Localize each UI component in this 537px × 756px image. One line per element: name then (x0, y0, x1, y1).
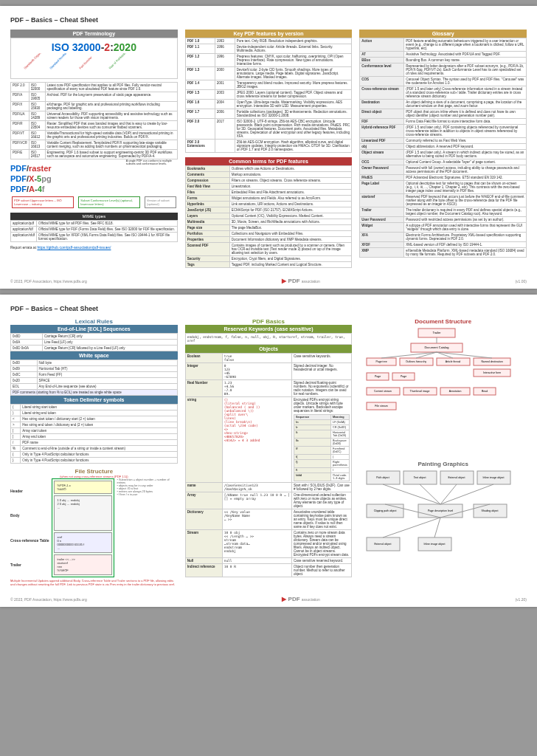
svg-line-19 (381, 352, 437, 358)
svg-text:Page description level: Page description level (428, 509, 453, 512)
features-table: PDF 1.01993Pure text. Only RGB. Resoluti… (185, 38, 353, 153)
file-structure-diagram: Header Body Cross-reference Table Traile… (10, 478, 178, 577)
svg-text:Clipping path object: Clipping path object (374, 509, 397, 512)
svg-text:Thumbnail image: Thumbnail image (410, 390, 430, 393)
iso-box: ISO 32000-2:2020 Standards Organisation … (10, 38, 178, 79)
svg-line-55 (383, 484, 440, 504)
paint-hdr: Painting Graphics (359, 461, 527, 467)
painting-diagram-icon: Path object Text object External object … (359, 467, 527, 578)
svg-text:Trailer: Trailer (433, 331, 442, 334)
svg-text:Outlines hierarchy: Outlines hierarchy (406, 360, 426, 363)
svg-text:Inline image object: Inline image object (424, 543, 446, 546)
svg-text:Annotation: Annotation (449, 390, 462, 393)
svg-text:External object: External object (375, 543, 392, 546)
doc-structure-diagram-icon: Trailer Document Catalog Page tree Outli… (359, 325, 527, 458)
svg-text:Bead: Bead (482, 390, 488, 393)
svg-line-56 (420, 484, 440, 504)
col-features: Key PDF features by version PDF 1.01993P… (185, 30, 353, 268)
lexical-hdr: Lexical Rules (10, 318, 178, 325)
svg-text:Path object: Path object (377, 476, 390, 479)
svg-text:Standards Organisation: Standards Organisation (23, 53, 47, 70)
svg-text:File stream: File stream (375, 405, 388, 408)
svg-text:External object: External object (448, 476, 465, 479)
escape-table: SequenceMeaning \nLF (0x0A) \rCR (0x0D) … (294, 414, 350, 481)
page-2: PDF – Basics – Cheat Sheet Lexical Rules… (0, 295, 537, 607)
features-hdr: Key PDF features by version (185, 30, 353, 38)
svg-text:Article thread: Article thread (446, 360, 461, 363)
svg-text:Page: Page (401, 375, 406, 378)
docstruct-hdr: Document Structure (359, 318, 527, 325)
iso-diagram-icon: Standards Organisation Standard Number P… (14, 53, 174, 75)
pdf-logo: ▶ PDF association (282, 278, 319, 284)
svg-text:Page tree: Page tree (376, 360, 387, 363)
common-hdr: Common terms for PDF features (185, 157, 353, 165)
page-1: PDF – Basics – Cheat Sheet PDF Terminolo… (0, 6, 537, 289)
subset-breakdown: PDF/raster PDF/X-5pg PDF/A-4f A single P… (10, 159, 178, 213)
subset-note: A single PDF can conform to multiple sub… (126, 159, 178, 165)
terminology-table: PDF 2.0ISO 32000Latest core PDF specific… (10, 82, 178, 159)
svg-text:Inline image object: Inline image object (483, 476, 505, 479)
page-title: PDF – Basics – Cheat Sheet (10, 16, 527, 24)
col-structure: Document Structure Trailer Document Cata… (359, 318, 527, 586)
svg-text:Page: Page (375, 375, 381, 378)
eol-table: 0x0DCarriage Return [CR] only 0x0ALine F… (10, 333, 178, 351)
common-table: BookmarksOutlines which use Actions or D… (185, 165, 353, 268)
footer-2: © 2023, PDF Association, https://www.pdf… (10, 596, 527, 602)
terminology-hdr: PDF Terminology (10, 30, 178, 38)
page-title-2: PDF – Basics – Cheat Sheet (10, 305, 527, 312)
svg-text:Content stream: Content stream (374, 390, 392, 393)
col-lexical: Lexical Rules End-of-Line [EOL] Sequence… (10, 318, 178, 586)
svg-text:Document Catalog: Document Catalog (425, 346, 449, 349)
svg-text:Year of Publication: Year of Publication (108, 53, 128, 70)
footer: © 2023, PDF Association, https://www.pdf… (10, 278, 527, 284)
fs-hdr: File Structure (10, 468, 178, 475)
objects-table: Booleantrue falseCase sensitive keywords… (185, 353, 353, 577)
svg-text:Standard Number: Standard Number (49, 53, 68, 70)
mime-table: application/pdfOfficial MIME type for al… (10, 220, 178, 242)
iso-title: ISO 32000-2:2020 (14, 41, 174, 53)
svg-text:Text object: Text object (414, 476, 426, 479)
mime-hdr: MIME types (10, 213, 178, 220)
errata-link: Report errata at https://github.com/pdf-… (10, 245, 178, 250)
glossary-table: ActionPDF feature enabling automatic beh… (359, 38, 527, 258)
col-basics: PDF Basics Reserved Keywords (case sensi… (185, 318, 353, 586)
svg-text:Named destination: Named destination (482, 360, 503, 363)
token-table: (Literal string start token )Literal str… (10, 404, 178, 464)
reserved-list: endobj, endstream, f, false, n, null, ob… (185, 333, 353, 345)
ws-table: 0x00Null byte 0x09Horizontal Tab (HT) 0x… (10, 360, 178, 396)
fs-footnote: Multiple Incremental Updates append addi… (10, 579, 178, 586)
svg-line-61 (383, 518, 440, 537)
svg-text:Interactive form: Interactive form (483, 371, 501, 374)
svg-line-62 (434, 518, 440, 537)
svg-text:Part Number: Part Number (78, 55, 93, 70)
col-glossary: Glossary ActionPDF feature enabling auto… (359, 30, 527, 268)
iso-blue: ISO 32000 (52, 41, 101, 53)
basics-hdr: PDF Basics (185, 318, 353, 325)
glossary-hdr: Glossary (359, 30, 527, 38)
pdf-logo-2: ▶ PDF association (282, 596, 319, 602)
col-terminology: PDF Terminology ISO 32000-2:2020 Standar… (10, 30, 178, 268)
svg-text:Shading object: Shading object (482, 509, 499, 512)
